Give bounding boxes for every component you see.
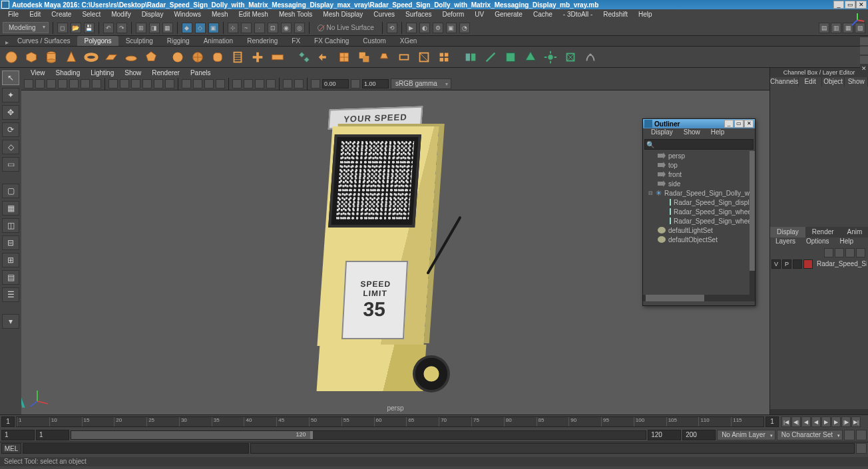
lasso-tool-icon[interactable]: ✦ <box>2 88 19 102</box>
tool-settings-toggle-icon[interactable] <box>860 47 868 55</box>
outliner-titlebar[interactable]: Outliner _ ▭ ✕ <box>643 119 755 128</box>
motion-blur-icon[interactable] <box>266 79 276 88</box>
poly-pipe-icon[interactable] <box>269 49 286 66</box>
shelf-tab-curves[interactable]: Curves / Surfaces <box>11 36 77 46</box>
tab-render-layers[interactable]: Render <box>805 227 841 237</box>
gamma-icon[interactable] <box>294 79 304 88</box>
menu-select[interactable]: Select <box>77 9 106 20</box>
safe-action-icon[interactable] <box>92 79 101 88</box>
camera-select-icon[interactable] <box>24 79 33 88</box>
viewport[interactable]: YOUR SPEED SPEED LIMIT 35 Outliner _ <box>21 90 769 414</box>
poly-type-icon[interactable] <box>169 49 186 66</box>
menu-mesh[interactable]: Mesh <box>206 9 233 20</box>
four-pane-icon[interactable]: ▦ <box>2 201 19 216</box>
poly-superellipse-icon[interactable] <box>209 49 226 66</box>
playback-start-field[interactable]: 1 <box>36 430 69 440</box>
maximize-button[interactable]: ▭ <box>845 1 855 9</box>
grid-icon[interactable] <box>108 79 118 88</box>
outliner-panel-icon[interactable]: ☰ <box>2 287 19 302</box>
outliner-min-button[interactable]: _ <box>724 120 734 128</box>
outliner-item-display[interactable]: Radar_Speed_Sign_display <box>643 198 755 207</box>
play-back-button[interactable]: ◀ <box>811 416 821 427</box>
new-empty-layer-icon[interactable] <box>845 248 855 257</box>
poly-cylinder-icon[interactable] <box>43 49 60 66</box>
layers-menu-help[interactable]: Help <box>834 237 859 247</box>
snap-live-icon[interactable]: ◉ <box>281 23 292 33</box>
motion-trail-icon[interactable] <box>216 79 225 88</box>
auto-key-icon[interactable] <box>844 430 855 440</box>
menu-display[interactable]: Display <box>136 9 169 20</box>
snap-plane-icon[interactable]: ⊡ <box>268 23 278 33</box>
save-scene-icon[interactable]: 💾 <box>84 23 95 33</box>
shadows-icon[interactable] <box>165 79 174 88</box>
attr-editor-toggle-icon[interactable] <box>860 37 868 45</box>
ipr-render-icon[interactable]: ◐ <box>419 23 430 33</box>
render-frame-icon[interactable]: ▶ <box>406 23 417 33</box>
outliner-menu-display[interactable]: Display <box>646 128 678 138</box>
render-view-icon[interactable]: ▣ <box>446 23 457 33</box>
poly-cone-icon[interactable] <box>63 49 80 66</box>
view-menu-shading[interactable]: Shading <box>51 69 86 77</box>
menu-edit-mesh[interactable]: Edit Mesh <box>233 9 273 20</box>
menu-cache[interactable]: Cache <box>528 9 558 20</box>
tab-display-layers[interactable]: Display <box>770 227 805 237</box>
outliner-close-button[interactable]: ✕ <box>744 120 754 128</box>
outliner-max-button[interactable]: ▭ <box>734 120 744 128</box>
contrast-icon[interactable] <box>351 79 360 88</box>
snap-grid-icon[interactable]: ⊹ <box>228 23 238 33</box>
step-back-button[interactable]: ◀ <box>801 416 811 427</box>
snap-view-icon[interactable]: ◎ <box>294 23 305 33</box>
render-settings-icon[interactable]: ⚙ <box>433 23 443 33</box>
panel-close-icon[interactable]: ✕ <box>860 65 868 73</box>
multicut-icon[interactable] <box>435 49 453 66</box>
poly-disc-icon[interactable] <box>122 49 140 66</box>
character-set-dropdown[interactable]: No Character Set <box>777 430 843 440</box>
view-menu-lighting[interactable]: Lighting <box>85 69 119 77</box>
menu-surfaces[interactable]: Surfaces <box>400 9 437 20</box>
menu-edit[interactable]: Edit <box>24 9 46 20</box>
resolution-gate-icon[interactable] <box>69 79 79 88</box>
shelf-tab-xgen[interactable]: XGen <box>393 36 424 46</box>
workspace-mode-dropdown[interactable]: Modeling <box>3 22 49 33</box>
textured-icon[interactable] <box>142 79 152 88</box>
live-surface-indicator[interactable]: No Live Surface <box>314 24 378 31</box>
tab-edit[interactable]: Edit <box>799 77 822 86</box>
shelf-options-icon[interactable]: ▸ <box>3 39 11 46</box>
poly-plane-icon[interactable] <box>103 49 120 66</box>
mirror-icon[interactable] <box>462 49 479 66</box>
extrude-icon[interactable] <box>375 49 393 66</box>
outliner-scrollbar-v[interactable] <box>750 151 755 295</box>
rotate-tool-icon[interactable]: ⟳ <box>2 122 19 137</box>
outliner-item-lightset[interactable]: defaultLightSet <box>643 226 755 235</box>
view-menu-view[interactable]: View <box>25 69 51 77</box>
channel-box-toggle-icon[interactable] <box>860 56 868 64</box>
delete-edge-icon[interactable] <box>562 49 579 66</box>
undo-icon[interactable]: ↶ <box>103 23 114 33</box>
menu-curves[interactable]: Curves <box>368 9 400 20</box>
open-scene-icon[interactable]: 📂 <box>71 23 81 33</box>
select-object-icon[interactable]: ◨ <box>149 23 160 33</box>
select-hierarchy-icon[interactable]: ⊞ <box>136 23 146 33</box>
layer-row[interactable]: V P Radar_Speed_Sign_Dolly_wit <box>770 259 868 269</box>
collapse-icon[interactable] <box>542 49 559 66</box>
go-end-button[interactable]: ▶| <box>851 416 861 427</box>
command-input[interactable] <box>23 443 249 454</box>
play-forward-button[interactable]: ▶ <box>821 416 831 427</box>
wireframe-icon[interactable] <box>120 79 129 88</box>
construction-history-icon[interactable]: ⟲ <box>387 23 397 33</box>
insert-edge-icon[interactable] <box>502 49 519 66</box>
poly-sphere-icon[interactable] <box>3 49 20 66</box>
shelf-tab-animation[interactable]: Animation <box>197 36 240 46</box>
hypershade-icon[interactable]: ◔ <box>459 23 470 33</box>
tab-channels[interactable]: Channels <box>770 77 799 86</box>
select-tool-icon[interactable]: ↖ <box>2 71 19 85</box>
depth-icon[interactable] <box>255 79 264 88</box>
new-layer-selected-icon[interactable] <box>856 248 865 257</box>
move-layer-down-icon[interactable] <box>835 248 844 257</box>
anim-start-field[interactable]: 1 <box>1 430 35 440</box>
gate-mask-icon[interactable] <box>81 79 90 88</box>
select-mask-icon-2[interactable]: ◇ <box>195 23 206 33</box>
redo-icon[interactable]: ↷ <box>116 23 127 33</box>
lights-icon[interactable] <box>154 79 163 88</box>
range-track[interactable]: 120 <box>71 430 646 440</box>
